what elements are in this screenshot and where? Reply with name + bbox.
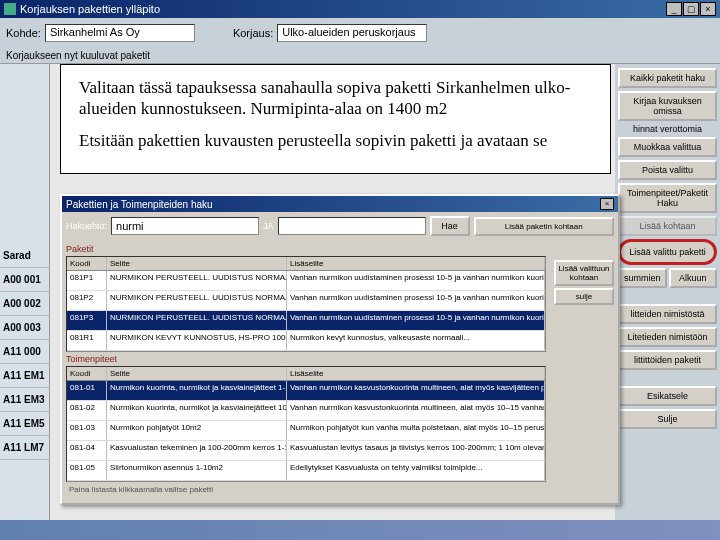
toimenpiteet-grid[interactable]: Koodi Selite Lisäselite 081-01Nurmikon k… [66,366,546,482]
col-lisa: Lisäselite [287,367,545,380]
grid-row[interactable]: 081-03Nurmikon pohjatyöt 10m2Nurmikon po… [67,421,545,441]
search-input-2[interactable] [278,217,426,235]
litetiedot-button[interactable]: Litetieden nimistöön [618,327,717,347]
code-row[interactable]: A11 000 [0,340,49,364]
app-icon [4,3,16,15]
use-package-button[interactable]: Lisää paketin kohtaan [474,217,614,236]
add-selected-package-button[interactable]: Lisää valittu paketti [618,239,717,265]
note-p2: Etsitään pakettien kuvausten perusteella… [79,130,592,151]
maximize-button[interactable]: ▢ [683,2,699,16]
add-to-button[interactable]: Lisää kohtaan [618,216,717,236]
window-title: Korjauksen pakettien ylläpito [20,3,160,15]
close-button[interactable]: × [700,2,716,16]
code-row[interactable]: A00 002 [0,292,49,316]
close-main-button[interactable]: Sulje [618,409,717,429]
right-action-panel: Kaikki paketit haku Kirjaa kuvauksen omi… [615,64,720,540]
grid-row[interactable]: 081-04Kasvualustan tekeminen ja 100-200m… [67,441,545,461]
grid-row[interactable]: 081-05Siirtonurmikon asennus 1-10m2Edell… [67,461,545,481]
code-row[interactable]: Sarad [0,244,49,268]
search-dialog: Pakettien ja Toimenpiteiden haku × Hakue… [60,194,620,505]
dlg-close-button[interactable]: sulje [554,288,614,305]
litteiden-button[interactable]: litteiden nimistöstä [618,304,717,324]
dialog-title: Pakettien ja Toimenpiteiden haku [66,199,213,210]
dlg-add-button[interactable]: Lisää valittuun kohtaan [554,260,614,286]
sums-button[interactable]: summien [618,268,667,288]
grid-row[interactable]: 081-02Nurmikon kuorinta, nurmikot ja kas… [67,401,545,421]
col-koodi: Koodi [67,257,107,270]
left-code-column: Sarad A00 001 A00 002 A00 003 A11 000 A1… [0,64,50,540]
and-label: JA [263,221,274,231]
footer-bar [0,520,720,540]
dialog-footer-hint: Paina listasta klikkaamalla valitse pake… [66,482,614,497]
main-titlebar: Korjauksen pakettien ylläpito _ ▢ × [0,0,720,18]
code-row[interactable]: A11 EM5 [0,412,49,436]
search-label: Hakuehto: [66,221,107,231]
toimenpiteet-label: Toimenpiteet [66,352,614,366]
grid-row[interactable]: 081P2NURMIKON PERUSTEELL. UUDISTUS NORMA… [67,291,545,311]
subheader: Korjaukseen nyt kuuluvat paketit [0,48,720,64]
top-button[interactable]: Alkuun [669,268,718,288]
col-koodi: Koodi [67,367,107,380]
code-row[interactable]: A11 LM7 [0,436,49,460]
toolbar: Kohde: Sirkanhelmi As Oy Korjaus: Ulko-a… [0,18,720,48]
littittoiden-button[interactable]: littittöiden paketit [618,350,717,370]
search-button[interactable]: Hae [430,216,470,236]
code-row[interactable]: A11 EM1 [0,364,49,388]
grid-row[interactable]: 081P1NURMIKON PERUSTEELL. UUDISTUS NORMA… [67,271,545,291]
grid-row-selected[interactable]: 081P3NURMIKON PERUSTEELL. UUDISTUS NORMA… [67,311,545,331]
search-actions-button[interactable]: Toimenpiteet/Paketit Haku [618,183,717,213]
code-row[interactable]: A00 003 [0,316,49,340]
annotation-note: Valitaan tässä tapauksessa sanahaulla so… [60,64,611,174]
col-lisa: Lisäselite [287,257,545,270]
dialog-titlebar: Pakettien ja Toimenpiteiden haku × [62,196,618,212]
price-note: hinnat verottomia [618,124,717,134]
edit-selected-button[interactable]: Muokkaa valittua [618,137,717,157]
kohde-combo[interactable]: Sirkanhelmi As Oy [45,24,195,42]
write-desc-button[interactable]: Kirjaa kuvauksen omissa [618,91,717,121]
delete-selected-button[interactable]: Poista valittu [618,160,717,180]
grid-row[interactable]: 081R1NURMIKON KEVYT KUNNOSTUS, HS-PRO 10… [67,331,545,351]
note-p1: Valitaan tässä tapauksessa sanahaulla so… [79,77,592,120]
paketit-label: Paketit [66,242,614,256]
dialog-close-button[interactable]: × [600,198,614,210]
paketit-grid[interactable]: Koodi Selite Lisäselite 081P1NURMIKON PE… [66,256,546,352]
korjaus-combo[interactable]: Ulko-alueiden peruskorjaus [277,24,427,42]
grid-row-selected[interactable]: 081-01Nurmikon kuorinta, nurmikot ja kas… [67,381,545,401]
col-selite: Selite [107,257,287,270]
korjaus-label: Korjaus: [233,27,273,39]
code-row[interactable]: A00 001 [0,268,49,292]
code-row[interactable]: A11 EM3 [0,388,49,412]
col-selite: Selite [107,367,287,380]
search-input[interactable] [111,217,259,235]
preview-button[interactable]: Esikatsele [618,386,717,406]
kohde-label: Kohde: [6,27,41,39]
all-packages-button[interactable]: Kaikki paketit haku [618,68,717,88]
minimize-button[interactable]: _ [666,2,682,16]
